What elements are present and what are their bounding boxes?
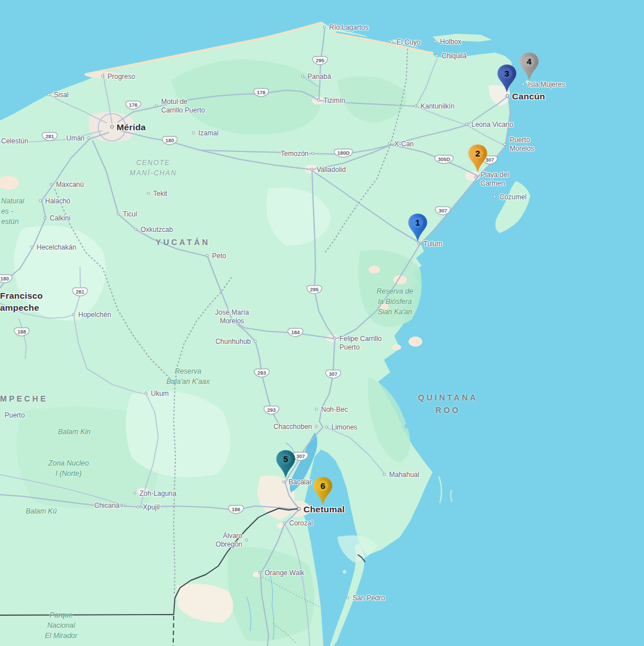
region-label-text: YUCATÁN xyxy=(155,236,210,248)
trip-marker-5-bacalar[interactable]: 5 xyxy=(275,450,296,482)
town-dot xyxy=(435,54,438,57)
town-dot xyxy=(315,425,318,428)
town-dot xyxy=(325,426,328,428)
town-dot xyxy=(147,192,150,195)
route-shield-176: 176 xyxy=(253,87,269,100)
town-label-text: Oxkutzcab xyxy=(141,226,173,234)
town-label-text: Valladolid xyxy=(317,166,346,174)
route-shield-180D: 180D xyxy=(334,147,353,161)
town-label-text: Chunhuhub xyxy=(215,338,251,346)
town-label-text: Ukum xyxy=(151,390,169,398)
town-label-text: Carrillo Puerto xyxy=(161,106,205,115)
svg-text:180: 180 xyxy=(0,276,9,282)
park-label-text: I (Norte) xyxy=(49,468,89,479)
town-dot xyxy=(254,340,257,343)
town-dot xyxy=(122,504,125,507)
town-dot xyxy=(245,539,248,541)
town-label-text: Mahahual xyxy=(389,471,419,479)
park-label-text: Parque xyxy=(45,610,78,620)
route-shield-281: 281 xyxy=(42,131,58,144)
svg-text:307: 307 xyxy=(296,454,305,459)
svg-text:188: 188 xyxy=(17,329,26,335)
park-label-text: la Biósfera xyxy=(377,296,413,307)
town-label-text: Chacchoben xyxy=(274,423,312,431)
town-label-text: Hopelchén xyxy=(78,311,111,319)
town-label-text: Puerto xyxy=(510,136,534,145)
svg-text:293: 293 xyxy=(267,407,275,413)
town-label-text: Obregón xyxy=(215,540,242,549)
park-label-text: Balam Kú xyxy=(26,506,57,516)
town-label-text: Morelos xyxy=(215,317,249,326)
svg-text:186: 186 xyxy=(231,507,240,512)
town-dot xyxy=(192,131,195,134)
town-dot xyxy=(87,137,90,139)
town-dot xyxy=(493,195,496,198)
trip-marker-6-chetumal[interactable]: 6 xyxy=(313,476,333,508)
town-dot xyxy=(297,507,301,511)
svg-text:295: 295 xyxy=(315,58,324,63)
town-label-text: San Pedro xyxy=(353,594,385,603)
svg-text:1: 1 xyxy=(415,218,420,227)
town-label-text: Noh-Bec xyxy=(321,406,348,414)
trip-marker-3-cancún[interactable]: 3 xyxy=(497,64,517,96)
town-label-text: Cozumel xyxy=(499,193,526,202)
svg-text:180D: 180D xyxy=(337,150,350,156)
town-dot xyxy=(503,143,506,146)
park-label-text: Reserva xyxy=(166,366,210,376)
town-label-text: Limones xyxy=(331,423,357,432)
svg-text:2: 2 xyxy=(475,149,480,158)
town-dot xyxy=(315,408,318,411)
svg-text:261: 261 xyxy=(75,289,84,295)
town-dot xyxy=(311,152,314,155)
town-dot xyxy=(333,337,336,340)
route-shield-295: 295 xyxy=(306,284,322,297)
svg-text:307: 307 xyxy=(438,208,447,214)
route-shield-176: 176 xyxy=(125,99,141,113)
town-dot xyxy=(134,228,137,231)
town-dot xyxy=(47,93,50,96)
town-label-text: Puerto xyxy=(339,343,382,352)
town-label-text: Felipe Carrillo xyxy=(339,335,382,343)
town-label-text: Corozal xyxy=(289,519,313,528)
park-label-text: Reserva de xyxy=(377,286,413,296)
svg-text:176: 176 xyxy=(257,90,265,95)
trip-marker-2-playa-del-carmen[interactable]: 2 xyxy=(467,144,488,176)
town-dot xyxy=(390,41,393,43)
town-dot xyxy=(110,125,114,129)
town-label-text: Xpujil xyxy=(143,503,159,512)
trip-marker-4-isla-mujeres[interactable]: 4 xyxy=(519,52,539,84)
park-label-text: Sian Ka'an xyxy=(377,307,413,317)
town-dot xyxy=(434,40,437,43)
park-label-text: Bala'an K'aax xyxy=(166,376,210,387)
town-dot xyxy=(383,473,386,476)
town-label-text: Umán xyxy=(66,134,85,143)
town-label-text: Kantunilkín xyxy=(421,102,454,111)
town-label-text: Panabá xyxy=(307,73,331,81)
town-dot xyxy=(137,505,139,508)
town-label-text: Motul de xyxy=(161,98,205,106)
town-label-text: Orange Walk xyxy=(265,569,305,577)
town-label-text: Progreso xyxy=(107,73,135,81)
town-label-text: El Cuyo xyxy=(397,38,421,47)
town-dot xyxy=(301,75,304,78)
town-label-text: Izamal xyxy=(198,129,218,138)
town-label-text: Francisco xyxy=(0,290,43,302)
route-shield-261: 261 xyxy=(72,286,88,299)
town-label-text: Leona Vicario xyxy=(471,121,513,129)
trip-marker-1-tulum[interactable]: 1 xyxy=(407,213,428,245)
town-dot xyxy=(101,75,104,78)
town-label-text: Chiquilá xyxy=(442,52,466,61)
town-dot xyxy=(117,212,119,215)
map-viewport[interactable]: YUCATÁNQUINTANAROOMPECHECENOTEMANÍ-CHANR… xyxy=(0,0,644,646)
town-dot xyxy=(474,176,477,179)
town-label-text: X-Can xyxy=(394,140,414,149)
town-label-text: Carmen xyxy=(481,179,509,188)
town-label-text: Celestún xyxy=(1,137,28,146)
svg-text:281: 281 xyxy=(45,134,54,139)
town-label-text: Puerto xyxy=(5,411,25,420)
park-label-text: Natural xyxy=(1,196,24,206)
town-label-text: Halachó xyxy=(45,197,70,206)
town-label-text: Temozón xyxy=(281,150,309,158)
route-shield-188: 188 xyxy=(14,326,30,339)
svg-text:307: 307 xyxy=(329,371,337,377)
